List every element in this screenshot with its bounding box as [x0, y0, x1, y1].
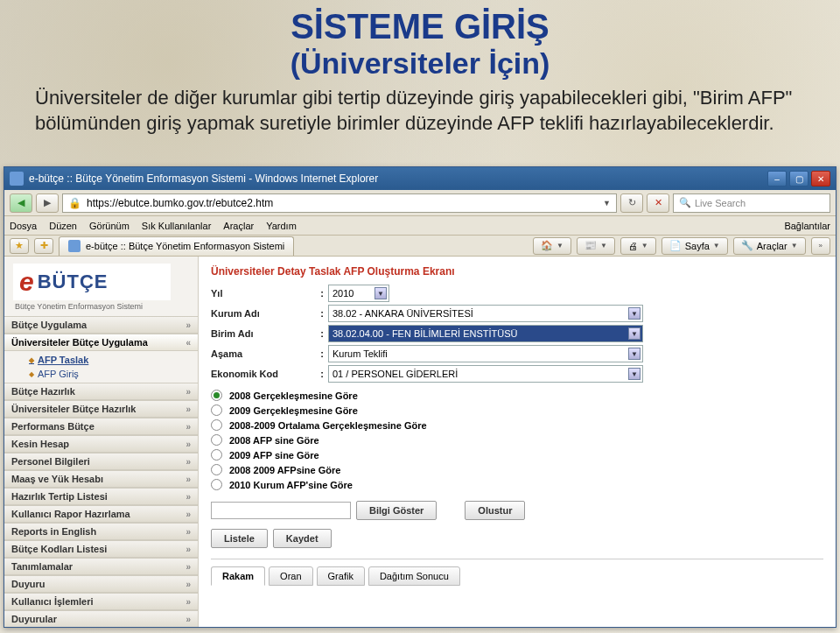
sidebar-item[interactable]: Duyuru»: [4, 575, 198, 593]
dropdown[interactable]: 38.02 - ANKARA ÜNİVERSİTESİ▼: [328, 305, 643, 322]
stop-button[interactable]: ✕: [647, 193, 669, 213]
favorites-button[interactable]: ★: [10, 238, 29, 254]
sidebar-item[interactable]: Kesin Hesap»: [4, 435, 198, 453]
olustur-button[interactable]: Olustur: [465, 501, 525, 520]
radio-icon: [211, 390, 222, 401]
dropdown-icon[interactable]: ▼: [603, 199, 611, 207]
logo-b: BÜTÇE: [38, 271, 108, 293]
chevron-icon: »: [186, 615, 191, 624]
print-button[interactable]: 🖨▼: [620, 237, 656, 255]
tab-oran[interactable]: Oran: [269, 566, 312, 586]
tab-rakam[interactable]: Rakam: [211, 566, 265, 586]
dropdown[interactable]: 01 / PERSONEL GİDERLERİ▼: [328, 365, 643, 383]
radio-icon: [211, 479, 222, 490]
field-label: Kurum Adı: [211, 308, 316, 319]
sidebar-item[interactable]: Üniversiteler Bütçe Uygulama«: [4, 334, 198, 351]
menu-dosya[interactable]: Dosya: [10, 221, 37, 231]
sidebar: e BÜTÇE Bütçe Yönetim Enformasyon Sistem…: [4, 257, 199, 627]
main-panel: Üniversiteler Detay Taslak AFP Oluşturma…: [199, 257, 836, 627]
radio-icon: [211, 434, 222, 446]
sidebar-item[interactable]: Hazırlık Tertip Listesi»: [4, 488, 198, 505]
sidebar-item[interactable]: Üniversiteler Bütçe Hazırlık»: [4, 400, 198, 418]
dropdown[interactable]: 2010▼: [328, 285, 389, 302]
titlebar: e-bütçe :: Bütçe Yönetim Enformasyon Sis…: [4, 167, 836, 190]
kaydet-button[interactable]: Kaydet: [273, 529, 332, 548]
form-row: Aşama:Kurum Teklifi▼: [211, 345, 823, 362]
chevron-down-icon: ▼: [628, 327, 640, 340]
sidebar-item[interactable]: Bütçe Kodları Listesi»: [4, 540, 198, 558]
sidebar-item[interactable]: Bütçe Hazırlık»: [4, 383, 198, 400]
chevron-icon: »: [186, 597, 191, 607]
form-row: Birim Adı:38.02.04.00 - FEN BİLİMLERİ EN…: [211, 325, 823, 342]
sidebar-item[interactable]: Bütçe Uygulama»: [4, 316, 198, 334]
listele-button[interactable]: Listele: [211, 529, 268, 548]
menu-yardim[interactable]: Yardım: [266, 221, 297, 231]
maximize-button[interactable]: ▢: [789, 171, 808, 186]
chevron-icon: »: [186, 475, 191, 484]
sidebar-subitem[interactable]: ◆AFP Taslak: [29, 353, 198, 367]
chevron-down-icon: ▼: [628, 348, 640, 360]
chevron-icon: »: [186, 580, 191, 589]
radio-option[interactable]: 2010 Kurum AFP'sine Göre: [211, 477, 823, 492]
radio-icon: [211, 449, 222, 461]
links-label[interactable]: Bağlantılar: [784, 221, 830, 231]
dropdown[interactable]: 38.02.04.00 - FEN BİLİMLERİ ENSTİTÜSÜ▼: [328, 325, 643, 342]
nav-row: ◀ ▶ 🔒 ▼ ↻ ✕ 🔍 Live Search: [4, 190, 836, 216]
tab-dagitim[interactable]: Dağıtım Sonucu: [368, 566, 460, 586]
menu-gorunum[interactable]: Görünüm: [89, 221, 130, 231]
tab-grafik[interactable]: Grafik: [317, 566, 365, 586]
menu-araclar[interactable]: Araçlar: [223, 221, 254, 231]
radio-option[interactable]: 2008-2009 Ortalama Gerçekleşmesine Göre: [211, 418, 823, 433]
chevron-icon: »: [186, 562, 191, 572]
search-box[interactable]: 🔍 Live Search: [673, 193, 830, 213]
bilgi-goster-button[interactable]: Bilgi Göster: [356, 501, 437, 520]
sidebar-item[interactable]: Reports in English»: [4, 523, 198, 540]
sidebar-item[interactable]: Maaş ve Yük Hesabı»: [4, 470, 198, 488]
back-button[interactable]: ◀: [10, 193, 32, 213]
minimize-button[interactable]: –: [767, 171, 787, 186]
refresh-button[interactable]: ↻: [620, 193, 643, 213]
form-row: Ekonomik Kod:01 / PERSONEL GİDERLERİ▼: [211, 365, 823, 383]
radio-option[interactable]: 2008 AFP sine Göre: [211, 433, 823, 447]
radio-option[interactable]: 2009 AFP sine Göre: [211, 447, 823, 462]
result-tabs: Rakam Oran Grafik Dağıtım Sonucu: [211, 559, 823, 586]
tools-button[interactable]: 🔧 Araçlar▼: [733, 237, 806, 255]
radio-icon: [211, 464, 222, 475]
close-button[interactable]: ✕: [811, 171, 830, 186]
forward-button[interactable]: ▶: [36, 193, 59, 213]
bullet-icon: ◆: [29, 370, 34, 378]
feed-button[interactable]: 📰▼: [577, 237, 615, 255]
sidebar-subitem[interactable]: ◆AFP Giriş: [29, 367, 198, 381]
radio-option[interactable]: 2008 Gerçekleşmesine Göre: [211, 388, 823, 403]
sidebar-item[interactable]: Kullanıcı İşlemleri»: [4, 593, 198, 610]
page-button[interactable]: 📄 Sayfa▼: [662, 237, 728, 255]
sidebar-item[interactable]: Duyurular»: [4, 610, 198, 627]
menu-sik[interactable]: Sık Kullanılanlar: [142, 221, 212, 231]
radio-option[interactable]: 2009 Gerçekleşmesine Göre: [211, 403, 823, 418]
field-label: Ekonomik Kod: [211, 369, 316, 379]
add-fav-button[interactable]: ✚: [34, 238, 53, 254]
url-input[interactable]: [85, 196, 599, 210]
home-button[interactable]: 🏠▼: [533, 237, 571, 255]
menu-duzen[interactable]: Düzen: [49, 221, 77, 231]
sidebar-item[interactable]: Tanımlamalar»: [4, 558, 198, 575]
radio-group: 2008 Gerçekleşmesine Göre2009 Gerçekleşm…: [211, 388, 823, 492]
browser-tab[interactable]: e-bütçe :: Bütçe Yönetim Enformasyon Sis…: [59, 236, 294, 256]
chevron-icon: »: [186, 387, 191, 397]
address-bar[interactable]: 🔒 ▼: [62, 193, 617, 213]
radio-option[interactable]: 2008 2009 AFPsine Göre: [211, 462, 823, 477]
chevron-icon: »: [186, 422, 191, 432]
sidebar-item[interactable]: Performans Bütçe»: [4, 418, 198, 435]
sidebar-item[interactable]: Personel Bilgileri»: [4, 453, 198, 470]
chevron-icon: «: [186, 338, 191, 348]
dropdown[interactable]: Kurum Teklifi▼: [328, 345, 643, 362]
window-title: e-bütçe :: Bütçe Yönetim Enformasyon Sis…: [29, 172, 378, 185]
chevron-icon: »: [186, 320, 191, 330]
tab-row: ★ ✚ e-bütçe :: Bütçe Yönetim Enformasyon…: [4, 236, 836, 257]
search-placeholder: Live Search: [695, 198, 746, 208]
sidebar-item[interactable]: Kullanıcı Rapor Hazırlama»: [4, 505, 198, 523]
more-button[interactable]: »: [811, 237, 830, 255]
input-1[interactable]: [211, 502, 351, 519]
chevron-down-icon: ▼: [628, 307, 640, 320]
chevron-icon: »: [186, 510, 191, 519]
